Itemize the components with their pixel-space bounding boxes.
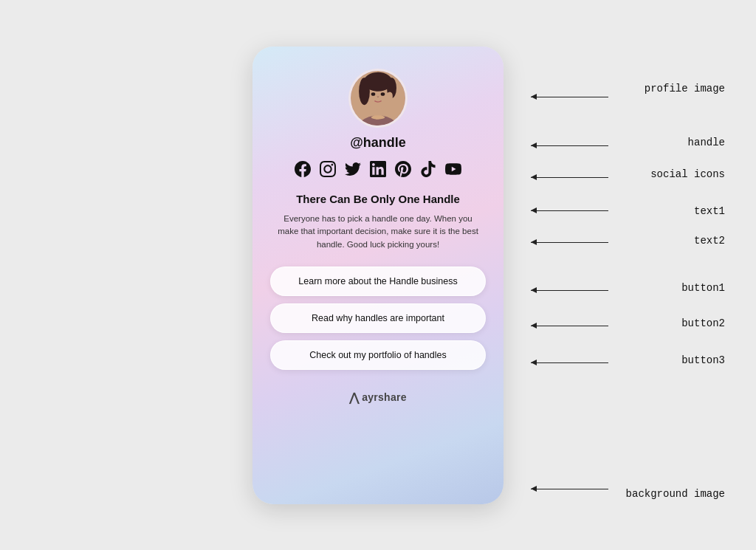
ayrshare-brand: ⋀ ayrshare (349, 391, 407, 405)
text2: Everyone has to pick a handle one day. W… (270, 213, 486, 252)
annotation-button3: button3 (681, 354, 725, 366)
ayrshare-name: ayrshare (362, 391, 407, 403)
text1: There Can Be Only One Handle (296, 193, 460, 205)
arrow-social (531, 177, 608, 178)
annotation-button2: button2 (681, 317, 725, 329)
arrow-handle (531, 145, 608, 146)
instagram-icon[interactable] (320, 161, 336, 179)
youtube-icon[interactable] (445, 161, 461, 179)
pinterest-icon[interactable] (395, 161, 411, 179)
linkedin-icon[interactable] (370, 161, 386, 179)
svg-point-9 (371, 92, 376, 96)
annotation-button1: button1 (681, 282, 725, 294)
ayrshare-logo-symbol: ⋀ (349, 391, 359, 405)
phone-card: @handle (252, 47, 504, 504)
svg-point-4 (371, 115, 385, 120)
arrow-background (531, 489, 608, 489)
button2[interactable]: Read why handles are important (270, 303, 486, 333)
arrow-button1 (531, 290, 608, 291)
annotation-profile-image: profile image (645, 83, 725, 94)
facebook-icon[interactable] (295, 161, 311, 179)
annotation-social-icons: social icons (650, 168, 725, 180)
arrow-text2 (531, 242, 608, 243)
button3[interactable]: Check out my portfolio of handles (270, 340, 486, 370)
svg-point-10 (381, 92, 385, 96)
page-wrapper: @handle (0, 0, 756, 550)
annotation-handle: handle (688, 137, 725, 148)
profile-image (351, 69, 405, 128)
arrow-button3 (531, 362, 608, 363)
handle-text: @handle (350, 135, 406, 151)
arrow-text1 (531, 210, 608, 211)
profile-image-wrapper (348, 69, 408, 128)
annotation-text2: text2 (694, 235, 725, 247)
annotation-text1: text1 (694, 205, 725, 217)
social-icons-row (295, 161, 461, 179)
twitter-icon[interactable] (345, 161, 361, 179)
button1[interactable]: Learn more about the Handle business (270, 267, 486, 296)
svg-point-7 (359, 78, 370, 105)
arrow-button2 (531, 326, 608, 326)
tiktok-icon[interactable] (420, 161, 436, 179)
annotation-background: background image (626, 488, 725, 500)
arrow-profile-image (531, 97, 608, 97)
